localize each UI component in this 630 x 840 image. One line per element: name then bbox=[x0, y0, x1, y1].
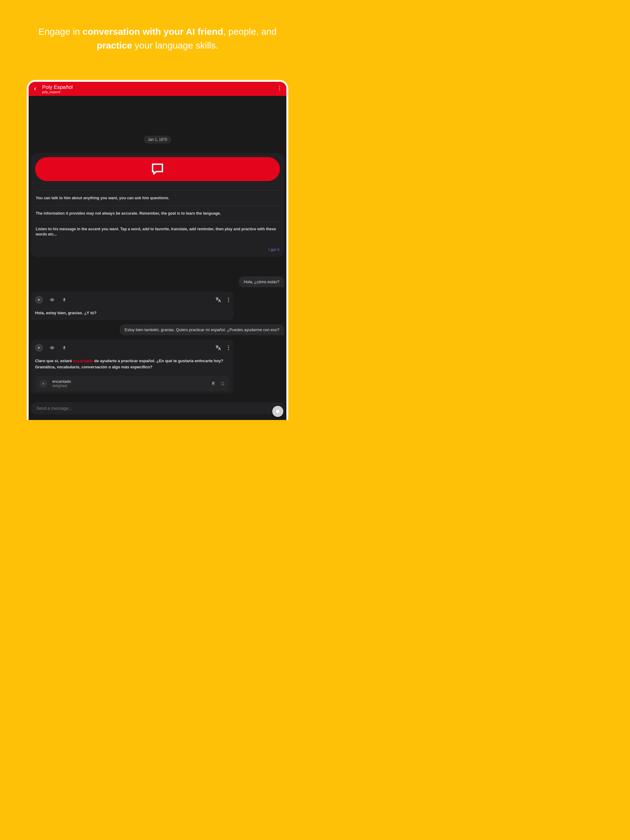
chat-subtitle: poly_espanol bbox=[42, 90, 272, 94]
heart-fab-button[interactable] bbox=[272, 406, 283, 417]
svg-point-1 bbox=[279, 88, 280, 88]
svg-point-0 bbox=[279, 86, 280, 87]
ai-toolbar bbox=[35, 344, 229, 352]
svg-rect-7 bbox=[53, 298, 54, 301]
svg-rect-15 bbox=[50, 347, 51, 348]
intro-card: You can talk to him about anything you w… bbox=[31, 153, 284, 257]
vocab-play-button[interactable] bbox=[40, 380, 47, 388]
message-row-user: Estoy bien también, gracias. Quiero prac… bbox=[31, 324, 284, 335]
intro-confirm-button[interactable]: I got it bbox=[35, 242, 280, 253]
ai-message-block: Claro que sí, estaré encantado de ayudar… bbox=[31, 339, 233, 393]
vocab-row: encantado delighted bbox=[35, 376, 229, 391]
intro-line: The information it provides may not alwa… bbox=[35, 206, 280, 221]
user-message[interactable]: Hola, ¿cómo estás? bbox=[239, 276, 284, 287]
mic-icon[interactable] bbox=[62, 297, 66, 303]
heart-icon bbox=[275, 409, 280, 414]
svg-rect-16 bbox=[51, 346, 52, 349]
play-audio-button[interactable] bbox=[35, 344, 43, 352]
intro-line: Listen to his message in the accent you … bbox=[35, 221, 280, 242]
ai-message-text[interactable]: Claro que sí, estaré encantado de ayudar… bbox=[35, 358, 229, 372]
svg-point-24 bbox=[228, 349, 229, 350]
hero-tagline: Engage in conversation with your AI frie… bbox=[0, 0, 315, 71]
chat-bubble-icon bbox=[150, 162, 165, 177]
svg-rect-18 bbox=[53, 346, 54, 349]
vocab-translation: delighted bbox=[52, 384, 206, 388]
date-separator: Jan 1, 1970 bbox=[144, 136, 172, 144]
intro-line: You can talk to him about anything you w… bbox=[35, 190, 280, 206]
translate-icon[interactable] bbox=[215, 297, 221, 303]
svg-marker-25 bbox=[43, 382, 44, 385]
svg-point-22 bbox=[228, 345, 229, 346]
composer-bar: Send a message... bbox=[28, 398, 287, 420]
svg-rect-9 bbox=[64, 298, 65, 300]
message-row-user: Hola, ¿cómo estás? bbox=[31, 276, 284, 287]
device-frame: Poly Español poly_espanol Jan 1, 1970 Yo… bbox=[27, 80, 288, 420]
svg-rect-4 bbox=[50, 299, 51, 300]
svg-rect-5 bbox=[51, 298, 52, 301]
back-button[interactable] bbox=[33, 86, 37, 92]
play-audio-button[interactable] bbox=[35, 296, 43, 304]
svg-point-12 bbox=[228, 299, 229, 300]
svg-rect-10 bbox=[64, 301, 64, 301]
waveform-icon[interactable] bbox=[50, 297, 55, 302]
svg-marker-14 bbox=[38, 347, 40, 349]
ai-message-text[interactable]: Hola, estoy bien, gracias. ¿Y tú? bbox=[35, 310, 229, 318]
mic-icon[interactable] bbox=[62, 345, 66, 351]
message-menu-button[interactable] bbox=[228, 297, 229, 302]
svg-rect-8 bbox=[54, 299, 54, 300]
svg-point-13 bbox=[228, 301, 229, 302]
chat-title: Poly Español bbox=[42, 84, 272, 90]
svg-rect-21 bbox=[64, 349, 64, 350]
composer-placeholder: Send a message... bbox=[36, 406, 72, 411]
svg-rect-6 bbox=[52, 298, 52, 302]
chat-header: Poly Español poly_espanol bbox=[28, 82, 287, 96]
user-message[interactable]: Estoy bien también, gracias. Quiero prac… bbox=[120, 324, 284, 335]
ai-toolbar bbox=[35, 296, 229, 304]
message-input[interactable]: Send a message... bbox=[31, 402, 284, 414]
ai-message-block: Hola, estoy bien, gracias. ¿Y tú? bbox=[31, 292, 233, 321]
chat-body[interactable]: Jan 1, 1970 You can talk to him about an… bbox=[28, 96, 287, 398]
svg-marker-3 bbox=[38, 298, 40, 301]
bell-icon[interactable] bbox=[211, 381, 216, 386]
bookmark-icon[interactable] bbox=[220, 381, 225, 386]
svg-rect-19 bbox=[54, 347, 54, 348]
waveform-icon[interactable] bbox=[50, 345, 55, 350]
svg-point-23 bbox=[228, 347, 229, 348]
svg-rect-20 bbox=[64, 346, 65, 348]
svg-rect-17 bbox=[52, 346, 52, 350]
translate-icon[interactable] bbox=[215, 345, 221, 351]
intro-banner bbox=[35, 157, 280, 181]
highlighted-word[interactable]: encantado bbox=[73, 358, 93, 363]
message-menu-button[interactable] bbox=[228, 345, 229, 350]
svg-point-2 bbox=[279, 90, 280, 90]
svg-point-11 bbox=[228, 297, 229, 298]
vocab-word[interactable]: encantado bbox=[52, 379, 206, 384]
header-menu-button[interactable] bbox=[277, 86, 282, 92]
